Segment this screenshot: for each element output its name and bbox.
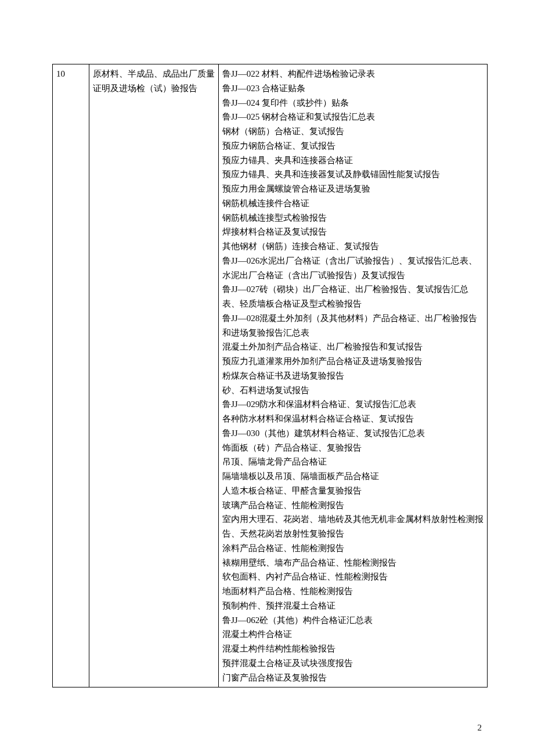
list-item: 室内用大理石、花岗岩、墙地砖及其他无机非金属材料放射性检测报告、天然花岗岩放射性… bbox=[222, 512, 484, 541]
items-container: 鲁JJ—022 材料、构配件进场检验记录表鲁JJ—023 合格证贴条鲁JJ—02… bbox=[222, 67, 484, 685]
list-item: 吊顶、隔墙龙骨产品合格证 bbox=[222, 455, 484, 469]
list-item: 鲁JJ—023 合格证贴条 bbox=[222, 81, 484, 96]
list-item: 鲁JJ—030（其他）建筑材料合格证、复试报告汇总表 bbox=[222, 426, 484, 441]
list-item: 预应力用金属螺旋管合格证及进场复验 bbox=[222, 182, 484, 196]
list-item: 预应力孔道灌浆用外加剂产品合格证及进场复验报告 bbox=[222, 354, 484, 369]
list-item: 预应力钢筋合格证、复试报告 bbox=[222, 139, 484, 153]
materials-table: 10 原材料、半成品、成品出厂质量证明及进场检（试）验报告 鲁JJ—022 材料… bbox=[52, 64, 488, 687]
row-items-cell: 鲁JJ—022 材料、构配件进场检验记录表鲁JJ—023 合格证贴条鲁JJ—02… bbox=[219, 64, 488, 687]
list-item: 鲁JJ—025 钢材合格证和复试报告汇总表 bbox=[222, 110, 484, 124]
list-item: 钢筋机械连接件合格证 bbox=[222, 196, 484, 211]
row-description-cell: 原材料、半成品、成品出厂质量证明及进场检（试）验报告 bbox=[89, 64, 219, 687]
table-row: 10 原材料、半成品、成品出厂质量证明及进场检（试）验报告 鲁JJ—022 材料… bbox=[53, 64, 488, 687]
list-item: 人造木板合格证、甲醛含量复验报告 bbox=[222, 484, 484, 498]
list-item: 预应力锚具、夹具和连接器合格证 bbox=[222, 153, 484, 168]
list-item: 钢材（钢筋）合格证、复试报告 bbox=[222, 124, 484, 139]
list-item: 隔墙墙板以及吊顶、隔墙面板产品合格证 bbox=[222, 469, 484, 484]
list-item: 砂、石料进场复试报告 bbox=[222, 383, 484, 398]
row-number-cell: 10 bbox=[53, 64, 89, 687]
list-item: 混凝土构件合格证 bbox=[222, 627, 484, 642]
row-description: 原材料、半成品、成品出厂质量证明及进场检（试）验报告 bbox=[93, 69, 215, 93]
list-item: 水泥出厂合格证（含出厂试验报告）及复试报告 bbox=[222, 268, 484, 283]
list-item: 裱糊用壁纸、墙布产品合格证、性能检测报告 bbox=[222, 556, 484, 570]
list-item: 各种防水材料和保温材料合格证合格证、复试报告 bbox=[222, 412, 484, 426]
list-item: 门窗产品合格证及复验报告 bbox=[222, 671, 484, 685]
list-item: 软包面料、内衬产品合格证、性能检测报告 bbox=[222, 570, 484, 584]
list-item: 饰面板（砖）产品合格证、复验报告 bbox=[222, 441, 484, 455]
list-item: 预制构件、预拌混凝土合格证 bbox=[222, 599, 484, 613]
list-item: 地面材料产品合格、性能检测报告 bbox=[222, 584, 484, 599]
list-item: 焊接材料合格证及复试报告 bbox=[222, 225, 484, 239]
list-item: 涂料产品合格证、性能检测报告 bbox=[222, 541, 484, 556]
list-item: 粉煤灰合格证书及进场复验报告 bbox=[222, 369, 484, 383]
list-item: 鲁JJ—027砖（砌块）出厂合格证、出厂检验报告、复试报告汇总表、轻质墙板合格证… bbox=[222, 282, 484, 311]
list-item: 鲁JJ—028混凝土外加剂（及其他材料）产品合格证、出厂检验报告和进场复验报告汇… bbox=[222, 311, 484, 340]
page-number: 2 bbox=[478, 723, 482, 733]
list-item: 鲁JJ—026水泥出厂合格证（含出厂试验报告）、复试报告汇总表、 bbox=[222, 254, 484, 268]
list-item: 鲁JJ—029防水和保温材料合格证、复试报告汇总表 bbox=[222, 397, 484, 412]
list-item: 鲁JJ—024 复印件（或抄件）贴条 bbox=[222, 96, 484, 110]
list-item: 预拌混凝土合格证及试块强度报告 bbox=[222, 656, 484, 671]
list-item: 钢筋机械连接型式检验报告 bbox=[222, 211, 484, 225]
list-item: 鲁JJ—062砼（其他）构件合格证汇总表 bbox=[222, 613, 484, 628]
list-item: 预应力锚具、夹具和连接器复试及静载锚固性能复试报告 bbox=[222, 167, 484, 182]
list-item: 鲁JJ—022 材料、构配件进场检验记录表 bbox=[222, 67, 484, 81]
list-item: 混凝土构件结构性能检验报告 bbox=[222, 642, 484, 656]
list-item: 玻璃产品合格证、性能检测报告 bbox=[222, 498, 484, 513]
document-page: 10 原材料、半成品、成品出厂质量证明及进场检（试）验报告 鲁JJ—022 材料… bbox=[0, 0, 534, 756]
row-number: 10 bbox=[56, 69, 65, 78]
list-item: 混凝土外加剂产品合格证、出厂检验报告和复试报告 bbox=[222, 340, 484, 354]
list-item: 其他钢材（钢筋）连接合格证、复试报告 bbox=[222, 239, 484, 254]
